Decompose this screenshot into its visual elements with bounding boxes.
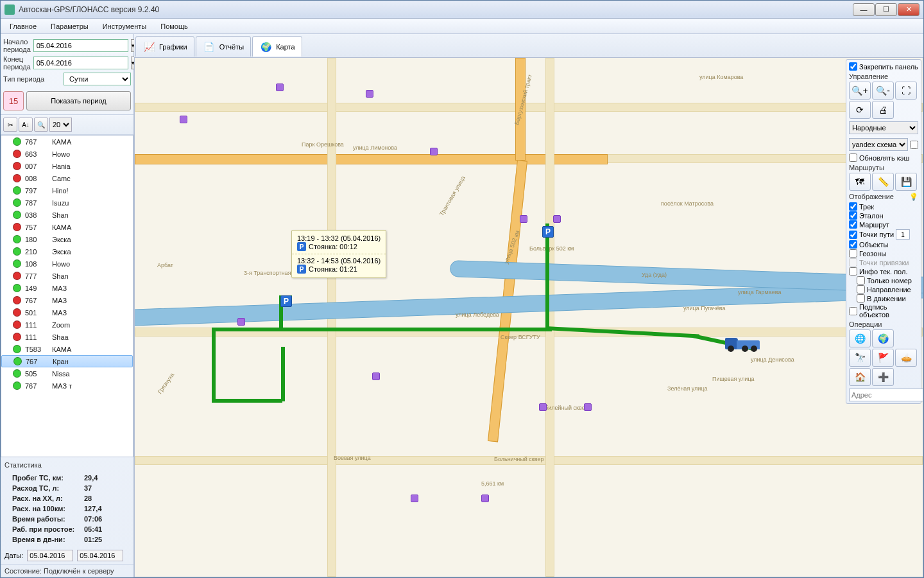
pin-panel-checkbox[interactable] — [849, 62, 857, 71]
vehicle-row[interactable]: 210Экска — [1, 245, 133, 258]
status-dot-icon — [13, 272, 21, 280]
chk-dir[interactable] — [857, 285, 865, 293]
parking-marker[interactable]: P — [542, 226, 554, 238]
refresh-cache-checkbox[interactable] — [849, 153, 857, 162]
vehicle-row[interactable]: Т583КАМА — [1, 343, 133, 355]
vehicle-number: 007 — [25, 162, 52, 170]
center-icon[interactable]: ⟳ — [849, 101, 871, 119]
route-tool-1-icon[interactable]: 🗺 — [849, 173, 871, 191]
status-dot-icon — [13, 137, 21, 146]
menu-help[interactable]: Помощь — [154, 21, 194, 32]
vehicle-row[interactable]: 111Shaa — [1, 331, 133, 343]
address-input[interactable] — [849, 389, 923, 401]
map-provider-select[interactable]: yandex схема — [849, 138, 908, 151]
layer-select[interactable]: Народные — [849, 121, 918, 134]
app-icon — [4, 4, 15, 15]
stat-key: Раб. при простое: — [12, 525, 84, 533]
op-5-icon[interactable]: 🥧 — [895, 349, 917, 367]
vehicle-number: 111 — [25, 333, 52, 341]
vehicle-row[interactable]: 501МАЗ — [1, 306, 133, 319]
op-7-icon[interactable]: ➕ — [872, 368, 894, 386]
status-dot-icon — [13, 223, 21, 231]
op-2-icon[interactable]: 🌍 — [872, 329, 894, 347]
tab-map[interactable]: 🌍Карта — [252, 36, 302, 57]
chk-sign[interactable] — [849, 307, 857, 315]
vehicle-name: Howo — [52, 260, 70, 268]
status-dot-icon — [13, 198, 21, 207]
vehicle-row[interactable]: 797Hino! — [1, 184, 133, 197]
chk-track[interactable] — [849, 202, 857, 211]
tab-charts[interactable]: 📈Графики — [135, 36, 194, 57]
vehicle-row[interactable]: 108Howo — [1, 258, 133, 270]
map-panel: Закрепить панель Управление 🔍+ 🔍- ⛶ ⟳ 🖨 … — [846, 59, 921, 404]
fullscreen-icon[interactable]: ⛶ — [895, 82, 917, 100]
parking-marker[interactable]: P — [280, 295, 292, 307]
tool-sort-icon[interactable]: A↓ — [19, 118, 33, 132]
vehicle-number: 149 — [25, 285, 52, 292]
vehicle-row[interactable]: 767КАМА — [1, 136, 133, 148]
chk-etalon[interactable] — [849, 211, 857, 220]
vehicle-row[interactable]: 663Howo — [1, 148, 133, 160]
route-tool-3-icon[interactable]: 💾 — [895, 173, 917, 191]
date-to-input[interactable] — [77, 550, 123, 561]
map-provider-flag[interactable] — [910, 141, 918, 149]
vehicle-row[interactable]: 111Zoom — [1, 319, 133, 331]
print-icon[interactable]: 🖨 — [872, 101, 894, 119]
vehicle-row[interactable]: 149МАЗ — [1, 282, 133, 294]
zoom-out-icon[interactable]: 🔍- — [872, 82, 894, 100]
menu-params[interactable]: Параметры — [44, 21, 95, 32]
chk-objects[interactable] — [849, 240, 857, 249]
zoom-select[interactable]: 20 — [49, 118, 72, 132]
calendar-icon[interactable]: 15 — [3, 91, 24, 110]
menu-tools[interactable]: Инструменты — [96, 21, 153, 32]
stat-key: Расх. на ХХ, л: — [12, 495, 84, 502]
tool-zoom-icon[interactable]: 🔍 — [34, 118, 48, 132]
vehicle-row[interactable]: 038Shan — [1, 209, 133, 221]
vehicle-number: 663 — [25, 150, 52, 158]
chk-geo[interactable] — [849, 249, 857, 258]
vehicle-row[interactable]: 008Camc — [1, 172, 133, 184]
minimize-button[interactable]: — — [853, 3, 875, 16]
maximize-button[interactable]: ☐ — [875, 3, 897, 16]
chk-route[interactable] — [849, 220, 857, 229]
vehicle-row[interactable]: 505Nissa — [1, 367, 133, 380]
chk-points[interactable] — [849, 231, 857, 239]
vehicle-row[interactable]: 767МАЗ т — [1, 380, 133, 392]
show-period-button[interactable]: Показать период — [26, 91, 131, 110]
vehicle-row[interactable]: 767Кран — [1, 355, 133, 367]
vehicle-list[interactable]: 767КАМА663Howo007Hania008Camc797Hino!787… — [1, 135, 133, 457]
zoom-in-icon[interactable]: 🔍+ — [849, 82, 871, 100]
vehicle-marker[interactable] — [725, 333, 762, 352]
tab-reports[interactable]: 📄Отчёты — [196, 36, 251, 57]
vehicle-row[interactable]: 767МАЗ — [1, 294, 133, 306]
vehicle-name: Zoom — [52, 321, 70, 329]
tool-settings-icon[interactable]: ✂ — [3, 118, 17, 132]
chk-numonly[interactable] — [857, 276, 865, 285]
period-start-input[interactable] — [33, 39, 128, 52]
chk-info[interactable] — [849, 267, 857, 276]
bulb-icon[interactable]: 💡 — [909, 193, 918, 201]
date-from-input[interactable] — [27, 550, 73, 561]
points-count-input[interactable] — [896, 229, 910, 240]
op-4-icon[interactable]: 🚩 — [872, 349, 894, 367]
close-button[interactable]: ✕ — [898, 3, 920, 16]
vehicle-row[interactable]: 180Экска — [1, 233, 133, 245]
period-end-input[interactable] — [33, 57, 128, 69]
chk-moving[interactable] — [857, 294, 865, 302]
op-3-icon[interactable]: 🔭 — [849, 349, 871, 367]
vehicle-number: 797 — [25, 187, 52, 195]
vehicle-number: 777 — [25, 272, 52, 280]
tab-bar: 📈Графики 📄Отчёты 🌍Карта — [134, 34, 923, 57]
period-type-label: Тип периода — [3, 75, 61, 83]
vehicle-number: 767 — [25, 138, 52, 146]
vehicle-row[interactable]: 787Isuzu — [1, 197, 133, 209]
vehicle-row[interactable]: 757КАМА — [1, 221, 133, 233]
vehicle-row[interactable]: 777Shan — [1, 270, 133, 282]
op-6-icon[interactable]: 🏠 — [849, 368, 871, 386]
route-tool-2-icon[interactable]: 📏 — [872, 173, 894, 191]
menu-main[interactable]: Главное — [3, 21, 43, 32]
op-1-icon[interactable]: 🌐 — [849, 329, 871, 347]
period-type-select[interactable]: Сутки — [64, 73, 131, 85]
map[interactable]: улица Лимонова Трактовая улица 3-я Транс… — [134, 57, 923, 577]
vehicle-row[interactable]: 007Hania — [1, 160, 133, 172]
